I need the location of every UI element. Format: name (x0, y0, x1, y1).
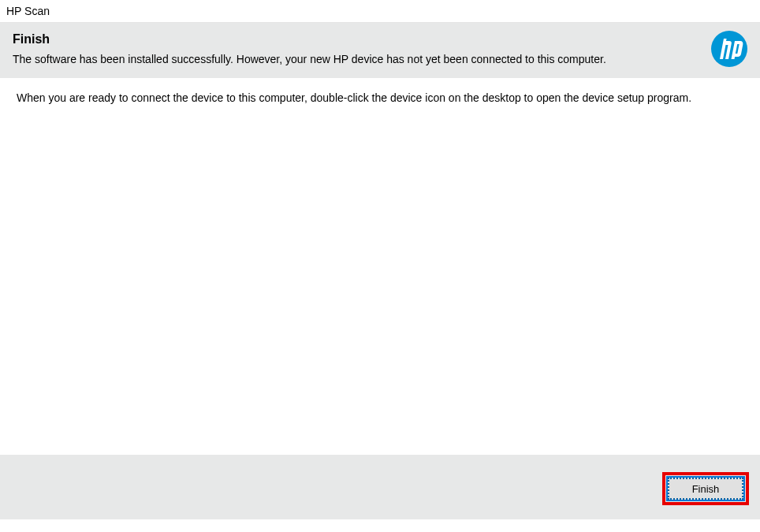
header-panel: Finish The software has been installed s… (0, 23, 760, 78)
page-title: Finish (13, 32, 747, 47)
finish-button[interactable]: Finish (668, 478, 743, 500)
footer-panel: Finish (0, 455, 760, 519)
instruction-text: When you are ready to connect the device… (17, 91, 743, 104)
page-subtitle: The software has been installed successf… (13, 53, 747, 65)
hp-logo-icon (711, 31, 747, 67)
window-title: HP Scan (6, 5, 50, 17)
finish-button-label: Finish (692, 483, 720, 495)
finish-button-highlight: Finish (662, 472, 749, 505)
window-titlebar: HP Scan (0, 0, 760, 23)
content-area: When you are ready to connect the device… (6, 78, 754, 455)
